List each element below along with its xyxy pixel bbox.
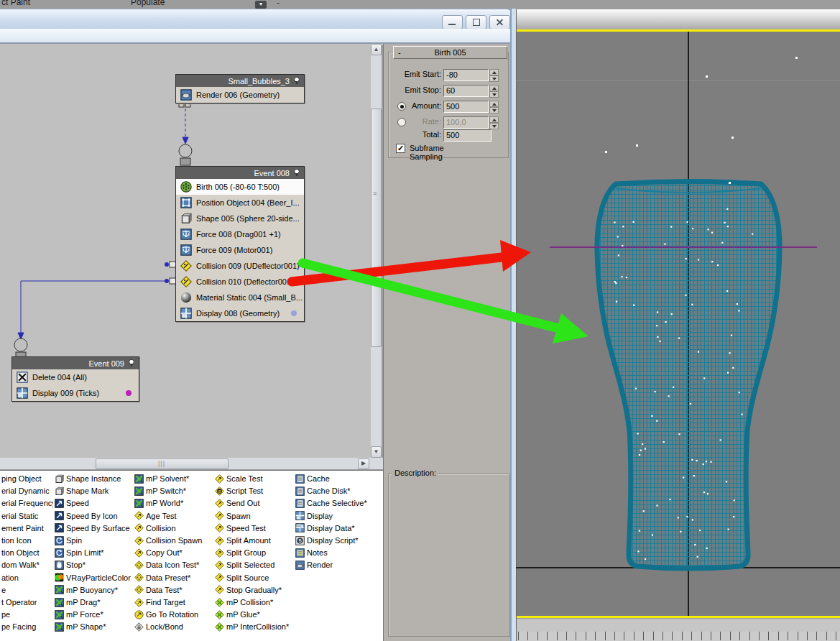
depot-item[interactable]: Notes [295,547,382,558]
particle-view-titlebar[interactable] [0,9,512,29]
depot-item[interactable]: ation [1,572,53,584]
depot-item[interactable]: mP Shape* [55,621,132,632]
subframe-sampling-checkbox[interactable]: ✓ [396,144,405,153]
collapse-icon[interactable]: - [398,47,401,58]
depot-item[interactable]: SScript Test [215,485,294,497]
depot-item[interactable]: ement Paint [1,522,53,534]
event-008-node-action[interactable]: Force 009 (Motor001) [176,242,304,258]
spinner-up-icon[interactable] [489,116,499,123]
close-button[interactable] [489,15,510,29]
scroll-right-icon[interactable]: ▶ [358,458,369,469]
depot-item[interactable]: Collision [134,522,213,534]
event-008-node-action[interactable]: Collision 009 (UDeflector001) [176,258,304,274]
event-008-node[interactable]: Event 008Birth 005 (-80-60 T:500)Positio… [175,166,305,322]
canvas-hscrollbar[interactable]: ||| ▶ [0,458,383,469]
depot-item[interactable]: e [1,584,53,596]
depot-item[interactable]: Split Group [215,547,294,558]
ribbon-flyout-icon[interactable]: ▾ [255,1,267,9]
event-008-node-action[interactable]: Collision 010 (Deflector001) [176,274,304,290]
depot-item[interactable]: ping Object [1,473,53,484]
param-input[interactable]: 500 [443,129,491,142]
param-input[interactable]: -80 [443,69,489,81]
source-node-action[interactable]: Render 006 (Geometry) [176,87,304,103]
depot-item[interactable]: Speed Test [215,522,294,534]
depot-item[interactable]: t Operator [1,596,53,608]
depot-item[interactable]: Spawn [215,510,294,522]
param-input[interactable]: 500 [443,101,489,113]
spinner-up-icon[interactable] [489,85,499,91]
depot-item[interactable]: Stop Gradually* [215,584,294,596]
depot-item[interactable]: Split Source [215,572,294,584]
spinner-down-icon[interactable] [489,75,499,82]
param-spinner[interactable] [489,116,499,129]
depot-item[interactable]: Shape Instance [55,473,132,484]
spinner-down-icon[interactable] [489,123,499,129]
spinner-up-icon[interactable] [489,69,499,75]
depot-item[interactable]: VRayParticleColor [55,572,132,584]
depot-item[interactable]: Split Selected [215,559,294,571]
param-spinner[interactable] [489,85,499,97]
depot-item[interactable]: Split Amount [215,535,294,546]
spinner-up-icon[interactable] [489,101,499,107]
depot-item[interactable]: Age Test [134,510,213,522]
restore-button[interactable] [466,15,486,29]
event-009-node-action[interactable]: Delete 004 (All) [12,369,139,385]
depot-item[interactable]: Collision Spawn [134,535,213,546]
depot-item[interactable]: Send Out [215,497,294,509]
depot-item[interactable]: Cache Disk* [295,485,382,497]
event-008-node-action[interactable]: Display 008 (Geometry) [176,305,304,321]
depot-item[interactable]: erial Dynamic [1,485,53,497]
depot-item[interactable]: Display [295,510,382,522]
depot-item[interactable]: Data Test* [134,584,213,596]
depot-item[interactable]: mP Buoyancy* [55,584,132,596]
param-input[interactable]: 60 [443,85,489,97]
depot-item[interactable]: mP Switch* [134,485,213,497]
depot-item[interactable]: mP InterCollision* [215,621,294,632]
depot-item[interactable]: Speed By Surface [55,522,132,534]
scroll-down-icon[interactable]: ▼ [371,446,382,458]
source-node[interactable]: Small_Bubbles_3Render 006 (Geometry) [175,74,305,103]
vscroll-thumb[interactable]: ≡ [371,109,382,347]
depot-item[interactable]: tion Icon [1,535,53,546]
param-spinner[interactable] [489,101,499,113]
depot-item[interactable]: Find Target [134,596,213,608]
depot-item[interactable]: mP Collision* [215,596,294,608]
depot-item[interactable]: mP Force* [55,609,132,620]
display-color-dot[interactable] [126,390,131,396]
depot-item[interactable]: Stop* [55,559,132,571]
depot-item[interactable]: Copy Out* [134,547,213,558]
depot-item[interactable]: Shape Mark [55,485,132,497]
event-008-node-action[interactable]: Shape 005 (Sphere 20-side... [176,211,304,226]
display-color-dot[interactable] [291,310,297,316]
event-008-node-action[interactable]: Birth 005 (-80-60 T:500) [176,179,304,195]
depot-item[interactable]: Spin [55,535,132,546]
depot-item[interactable]: Scale Test [215,473,294,484]
minimize-button[interactable] [442,15,463,29]
birth-rollout-header[interactable]: - Birth 005 [393,46,507,59]
scroll-up-icon[interactable]: ▲ [371,44,382,55]
depot-item[interactable]: mP Drag* [55,596,132,608]
hscroll-thumb[interactable]: ||| [96,458,229,469]
depot-item[interactable]: Data Preset* [134,572,213,584]
depot-item[interactable]: Cache Selective* [295,497,382,509]
param-spinner[interactable] [489,69,499,81]
depot-item[interactable]: mP Solvent* [134,473,213,484]
spinner-down-icon[interactable] [489,91,499,98]
event-009-node[interactable]: Event 009Delete 004 (All)Display 009 (Ti… [11,356,139,402]
depot-item[interactable]: dom Walk* [1,559,53,571]
param-input[interactable]: 100,0 [443,116,489,129]
depot-item[interactable]: Data Icon Test* [134,559,213,571]
depot-item[interactable]: Render [295,559,382,571]
source-node-titlebar[interactable]: Small_Bubbles_3 [176,75,304,87]
depot-item[interactable]: Speed By Icon [55,510,132,522]
event-008-node-action[interactable]: Position Object 004 (Beer_I... [176,195,304,211]
depot-item[interactable]: erial Frequency [1,497,53,509]
particle-view-menubar[interactable] [0,29,512,42]
event-008-node-action[interactable]: Material Static 004 (Small_B... [176,290,304,305]
depot-item[interactable]: Spin Limit* [55,547,132,558]
depot-item[interactable]: tion Object [1,547,53,558]
event-009-node-titlebar[interactable]: Event 009 [12,357,139,369]
depot-item[interactable]: Cache [295,473,382,484]
depot-item[interactable]: SDisplay Script* [295,535,382,546]
depot-item[interactable]: mP World* [134,497,213,509]
